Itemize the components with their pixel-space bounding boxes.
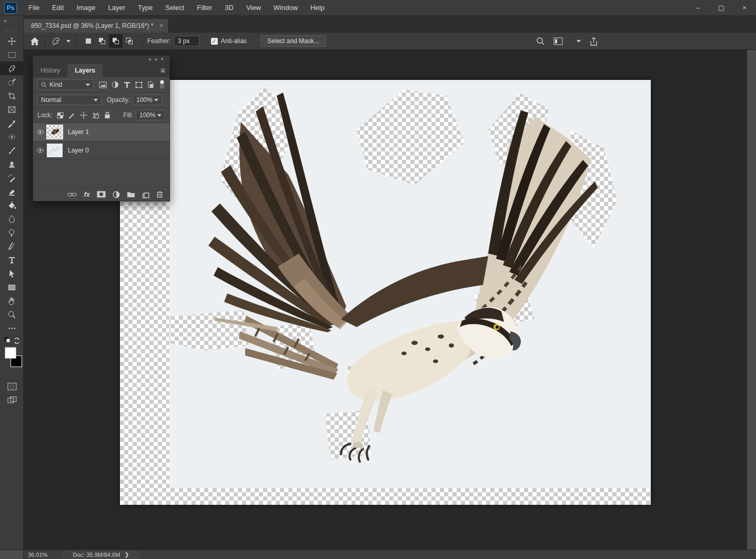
options-right-icons — [536, 33, 598, 50]
opacity-dropdown[interactable]: 100% — [133, 95, 162, 105]
visibility-eye-icon[interactable] — [33, 148, 47, 153]
antialias-checkbox[interactable]: ✓ — [211, 38, 218, 45]
workspace-chevron-icon[interactable] — [577, 40, 581, 43]
type-tool[interactable] — [0, 253, 24, 267]
spot-healing-tool[interactable] — [0, 130, 24, 144]
new-layer-icon[interactable] — [142, 191, 149, 198]
home-icon[interactable] — [30, 37, 39, 46]
add-to-selection-button[interactable] — [95, 34, 109, 48]
zoom-level-field[interactable]: 36.01% — [24, 552, 62, 558]
minimize-button[interactable]: – — [687, 0, 710, 15]
filter-type-layers-icon[interactable] — [124, 82, 130, 88]
workspace-icon[interactable] — [553, 37, 565, 46]
panel-collapse-icon[interactable]: «« — [148, 56, 160, 62]
eyedropper-tool[interactable] — [0, 116, 24, 130]
layer-name[interactable]: Layer 0 — [68, 147, 89, 154]
pen-tool[interactable] — [0, 239, 24, 253]
layer-name[interactable]: Layer 1 — [68, 128, 89, 136]
menu-window[interactable]: Window — [267, 0, 304, 16]
filter-pixel-layers-icon[interactable] — [99, 82, 107, 88]
lock-image-pixels-icon[interactable] — [68, 112, 75, 119]
close-button[interactable]: × — [733, 0, 756, 15]
foreground-color-swatch[interactable] — [5, 347, 16, 359]
select-and-mask-button[interactable]: Select and Mask... — [260, 35, 326, 47]
lock-all-icon[interactable] — [104, 111, 110, 119]
new-selection-button[interactable] — [82, 34, 95, 48]
adjustment-layer-icon[interactable] — [113, 191, 120, 198]
tab-layers[interactable]: Layers — [67, 64, 103, 77]
menu-layer[interactable]: Layer — [102, 0, 132, 16]
new-group-icon[interactable] — [127, 191, 135, 198]
link-layers-icon[interactable] — [67, 192, 77, 197]
rectangle-tool[interactable] — [0, 280, 24, 294]
delete-layer-icon[interactable] — [156, 191, 163, 198]
filter-kind-dropdown[interactable]: Kind — [37, 79, 94, 90]
toolbar-grip[interactable] — [5, 28, 18, 33]
active-tool-icon[interactable] — [51, 36, 62, 46]
blend-mode-dropdown[interactable]: Normal — [37, 95, 102, 105]
menu-edit[interactable]: Edit — [46, 0, 70, 16]
maximize-button[interactable]: ▢ — [710, 0, 733, 15]
fill-dropdown[interactable]: 100% — [136, 110, 165, 120]
rectangular-marquee-tool[interactable] — [0, 48, 24, 62]
brush-tool[interactable] — [0, 144, 24, 157]
filter-toggle-icon[interactable] — [159, 80, 165, 89]
layer1-thumbnail[interactable] — [47, 125, 63, 139]
polygonal-lasso-tool[interactable] — [0, 62, 24, 75]
filter-smart-objects-icon[interactable] — [147, 81, 154, 88]
menu-select[interactable]: Select — [159, 0, 190, 16]
gradient-tool[interactable] — [0, 198, 24, 212]
layer-row-layer0[interactable]: Layer 0 — [33, 141, 169, 160]
layer0-thumbnail[interactable] — [47, 144, 63, 157]
screen-mode-button[interactable] — [0, 393, 24, 407]
dodge-tool[interactable] — [0, 226, 24, 239]
hand-tool[interactable] — [0, 294, 24, 308]
move-tool[interactable] — [0, 34, 24, 48]
visibility-eye-icon[interactable] — [33, 129, 47, 135]
menu-file[interactable]: File — [22, 0, 46, 16]
lock-artboard-icon[interactable] — [92, 112, 99, 119]
share-icon[interactable] — [589, 37, 598, 46]
lock-transparent-pixels-icon[interactable] — [57, 112, 64, 119]
blur-tool[interactable] — [0, 212, 24, 226]
add-layer-mask-icon[interactable] — [97, 191, 106, 198]
default-swap-colors[interactable] — [4, 337, 20, 345]
tool-preset-chevron-icon[interactable] — [66, 40, 70, 43]
zoom-tool[interactable] — [0, 308, 24, 321]
history-brush-tool[interactable] — [0, 171, 24, 185]
menu-filter[interactable]: Filter — [190, 0, 218, 16]
panel-menu-icon[interactable]: ≡ — [160, 66, 165, 75]
document-canvas[interactable] — [120, 80, 651, 505]
crop-tool[interactable] — [0, 89, 24, 103]
layer-row-layer1[interactable]: Layer 1 — [33, 123, 169, 141]
menu-help[interactable]: Help — [304, 0, 331, 16]
search-icon[interactable] — [536, 37, 545, 46]
tab-history[interactable]: History — [33, 64, 67, 77]
quick-selection-icon — [7, 78, 16, 87]
frame-tool[interactable] — [0, 103, 24, 116]
toolbar-collapse-icon[interactable]: » — [0, 18, 24, 26]
lock-position-icon[interactable] — [80, 111, 87, 119]
panel-close-icon[interactable]: × — [160, 56, 167, 62]
menu-type[interactable]: Type — [132, 0, 159, 16]
menu-3d[interactable]: 3D — [218, 0, 240, 16]
subtract-from-selection-button[interactable] — [109, 34, 123, 48]
clone-stamp-tool[interactable] — [0, 157, 24, 171]
status-chevron-icon[interactable]: ❯ — [124, 551, 129, 558]
document-size-info[interactable]: Doc: 35.9M/84.6M ❯ — [62, 550, 140, 559]
eraser-tool[interactable] — [0, 185, 24, 198]
menu-image[interactable]: Image — [70, 0, 102, 16]
path-selection-tool[interactable] — [0, 267, 24, 280]
menu-view[interactable]: View — [240, 0, 267, 16]
edit-toolbar-button[interactable] — [0, 321, 24, 335]
panel-title-bar[interactable]: ««× — [33, 56, 169, 64]
quick-mask-button[interactable] — [0, 380, 24, 393]
feather-input[interactable]: 3 px — [174, 36, 199, 46]
tab-close-icon[interactable]: × — [159, 22, 163, 29]
filter-adjustment-layers-icon[interactable] — [112, 81, 119, 88]
intersect-selection-button[interactable] — [123, 34, 136, 48]
document-tab[interactable]: 850_7334.psd @ 36% (Layer 1, RGB/16*) * … — [24, 19, 169, 33]
quick-selection-tool[interactable] — [0, 75, 24, 89]
layer-effects-icon[interactable]: fx — [84, 190, 90, 198]
filter-shape-layers-icon[interactable] — [135, 82, 143, 88]
